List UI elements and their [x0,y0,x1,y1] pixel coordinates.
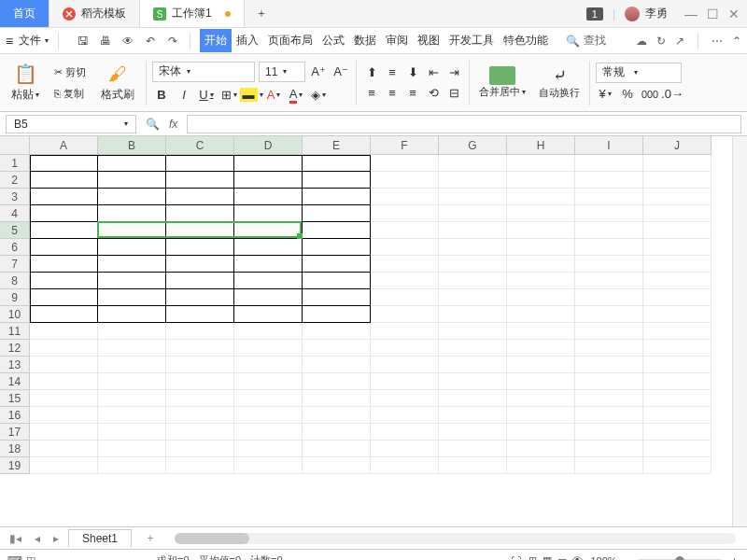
cell[interactable] [575,172,643,189]
cell[interactable] [98,155,166,172]
cell[interactable] [303,289,371,306]
align-bottom-button[interactable]: ⬇ [403,63,422,82]
align-right-button[interactable]: ≡ [403,84,422,103]
cell[interactable] [234,424,303,441]
cell[interactable] [507,340,575,357]
cell[interactable] [303,273,371,289]
cell[interactable] [30,273,98,289]
cell[interactable] [30,441,98,457]
cell[interactable] [166,390,234,407]
percent-button[interactable]: % [618,85,637,104]
cell[interactable] [166,239,234,256]
cell[interactable] [507,155,575,172]
cell[interactable] [439,390,507,407]
cell[interactable] [371,222,439,239]
cell[interactable] [371,256,439,273]
row-header[interactable]: 9 [0,289,30,306]
zoom-level[interactable]: 100% [590,555,616,561]
cell[interactable] [439,457,507,474]
cell[interactable] [234,390,303,407]
vertical-scrollbar[interactable] [732,136,747,526]
cell[interactable] [439,155,507,172]
cell[interactable] [371,457,439,474]
cell[interactable] [234,273,303,289]
column-header[interactable]: B [98,136,166,155]
cell[interactable] [643,205,712,222]
cell[interactable] [643,457,712,474]
input-mode-icon[interactable]: ⌨ [7,554,22,560]
cloud-icon[interactable]: ☁ [636,35,647,48]
align-middle-button[interactable]: ≡ [383,63,402,82]
column-header[interactable]: F [371,136,439,155]
cell[interactable] [98,239,166,256]
cell[interactable] [507,390,575,407]
indent-decrease-button[interactable]: ⇤ [424,63,443,82]
undo-icon[interactable]: ↶ [143,34,158,49]
cell[interactable] [575,155,643,172]
cell[interactable] [30,390,98,407]
cell[interactable] [30,407,98,424]
cell[interactable] [30,222,98,239]
cell[interactable] [98,424,166,441]
page-view-icon[interactable]: ▦ [543,554,552,560]
cell[interactable] [303,340,371,357]
cell[interactable] [507,289,575,306]
ribbon-tab-developer[interactable]: 开发工具 [444,29,499,52]
cell[interactable] [30,373,98,390]
sheet-nav-prev[interactable]: ◂ [31,532,44,545]
decrease-font-button[interactable]: A⁻ [331,63,350,81]
cell[interactable] [166,323,234,340]
cell[interactable] [303,357,371,373]
cell[interactable] [303,373,371,390]
cell[interactable] [30,189,98,205]
fx-icon[interactable]: fx [169,118,177,131]
cell[interactable] [575,340,643,357]
cell[interactable] [303,424,371,441]
cell[interactable] [30,323,98,340]
cell[interactable] [575,424,643,441]
indent-increase-button[interactable]: ⇥ [444,63,463,82]
cell[interactable] [439,273,507,289]
cell[interactable] [575,323,643,340]
cell[interactable] [439,424,507,441]
cell[interactable] [234,289,303,306]
cell[interactable] [234,239,303,256]
cell[interactable] [371,441,439,457]
increase-font-button[interactable]: A⁺ [309,63,328,81]
cell[interactable] [371,306,439,323]
split-view-icon[interactable]: ◫ [26,554,35,560]
orientation-button[interactable]: ⟲ [424,84,443,103]
cell[interactable] [439,441,507,457]
cell[interactable] [439,340,507,357]
cell[interactable] [98,390,166,407]
cell[interactable] [166,373,234,390]
cell[interactable] [643,289,712,306]
cell[interactable] [575,273,643,289]
minimize-button[interactable]: — [684,7,698,21]
tab-document[interactable]: S 工作簿1 [140,0,245,27]
cell[interactable] [575,289,643,306]
cell[interactable] [507,373,575,390]
format-painter-button[interactable]: 🖌 格式刷 [95,62,140,105]
tab-templates[interactable]: 稻壳模板 [49,0,140,27]
cell[interactable] [507,424,575,441]
ribbon-tab-review[interactable]: 审阅 [381,29,413,52]
cell[interactable] [371,424,439,441]
align-center-button[interactable]: ≡ [383,84,402,103]
name-box[interactable]: B5▾ [6,115,136,133]
maximize-button[interactable]: ☐ [707,7,719,21]
cell[interactable] [303,306,371,323]
cell[interactable] [371,273,439,289]
cell[interactable] [30,205,98,222]
cell[interactable] [234,340,303,357]
preview-icon[interactable]: 👁 [120,34,135,49]
cell[interactable] [303,155,371,172]
sheet-nav-first[interactable]: ▮◂ [6,532,25,545]
cell[interactable] [166,256,234,273]
normal-view-icon[interactable]: ⊞ [529,554,537,560]
bold-button[interactable]: B [152,86,171,105]
cell[interactable] [30,172,98,189]
column-header[interactable]: D [234,136,303,155]
cell[interactable] [643,189,712,205]
cell[interactable] [371,189,439,205]
